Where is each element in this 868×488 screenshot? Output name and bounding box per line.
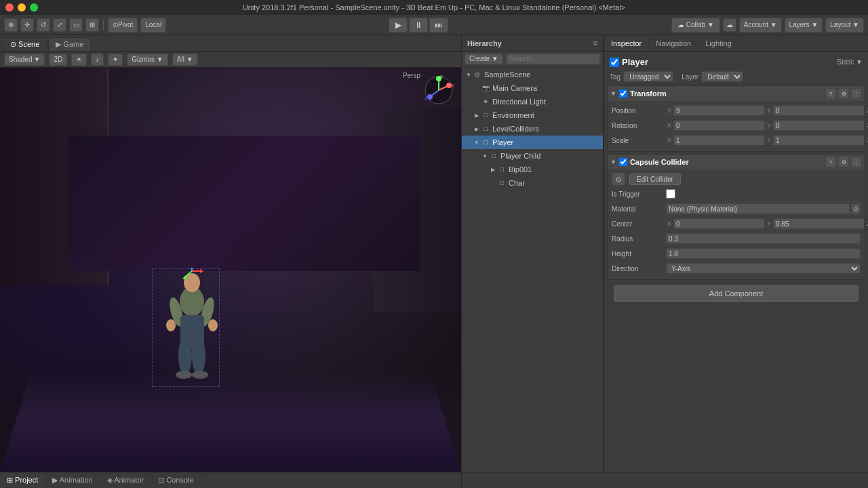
hierarchy-tree: ▼ ⊙ SampleScene 📷 Main Camera ☀ Directio… xyxy=(462,66,603,472)
transform-body: Position X Y Z Rotation xyxy=(608,101,865,151)
move-tool[interactable]: ✛ xyxy=(20,18,34,32)
rotation-y[interactable] xyxy=(773,120,865,131)
transform-icon-2[interactable]: ⚙ xyxy=(838,88,849,99)
layer-select[interactable]: Default xyxy=(701,71,743,82)
capsule-collider-header[interactable]: ▼ Capsule Collider ? ⚙ ⋮ xyxy=(608,155,865,169)
pivot-btn[interactable]: ⊙ Pivot xyxy=(108,18,138,33)
edit-collider-button[interactable]: Edit Collider xyxy=(629,174,681,185)
hierarchy-item-samplescene[interactable]: ▼ ⊙ SampleScene xyxy=(462,68,603,81)
rotate-tool[interactable]: ↺ xyxy=(37,18,50,32)
svg-point-7 xyxy=(166,319,176,331)
all-layers[interactable]: All ▼ xyxy=(172,54,198,66)
tab-lighting[interactable]: Lighting xyxy=(698,37,739,50)
rot-z-label: Z xyxy=(865,122,868,129)
transform-tool[interactable]: ⊞ xyxy=(85,18,99,32)
capsule-enabled[interactable] xyxy=(619,158,627,166)
is-trigger-checkbox[interactable] xyxy=(666,189,675,199)
hierarchy-item-levelcolliders[interactable]: ▶ □ LevelColliders xyxy=(462,122,603,136)
scale-x[interactable] xyxy=(673,135,765,146)
audio-toggle[interactable]: ♪ xyxy=(91,54,104,66)
tab-inspector[interactable]: Inspector xyxy=(604,37,649,50)
object-active-checkbox[interactable] xyxy=(610,58,619,67)
center-y[interactable] xyxy=(773,218,865,229)
material-picker[interactable]: ⊙ xyxy=(851,203,861,214)
shaded-dropdown[interactable]: Shaded ▼ xyxy=(4,54,45,66)
tab-animation[interactable]: ▶ Animation xyxy=(45,474,100,487)
rotation-x[interactable] xyxy=(673,120,765,131)
gizmos-btn[interactable]: Gizmos ▼ xyxy=(127,54,168,66)
account-btn[interactable]: Account ▼ xyxy=(739,18,782,33)
hierarchy-item-main-camera[interactable]: 📷 Main Camera xyxy=(462,81,603,95)
hierarchy-item-environment[interactable]: ▶ □ Environment xyxy=(462,108,603,122)
capsule-icon-1[interactable]: ? xyxy=(825,157,836,167)
direction-wrapper: Y-Axis X-Axis Z-Axis xyxy=(666,263,861,274)
label-player-child: Player Child xyxy=(500,152,540,160)
position-y[interactable] xyxy=(773,105,865,116)
direction-select[interactable]: Y-Axis X-Axis Z-Axis xyxy=(666,263,861,274)
center-x[interactable] xyxy=(673,218,765,229)
layers-btn[interactable]: Layers ▼ xyxy=(785,18,823,33)
tab-animator[interactable]: ◈ Animator xyxy=(100,474,151,487)
position-x[interactable] xyxy=(673,105,765,116)
tab-scene[interactable]: ⊙ Scene xyxy=(3,37,47,51)
transform-header[interactable]: ▼ Transform ? ⚙ ⋮ xyxy=(608,86,865,101)
material-field[interactable] xyxy=(666,203,850,214)
direction-row: Direction Y-Axis X-Axis Z-Axis xyxy=(612,262,861,275)
hierarchy-menu[interactable]: ≡ xyxy=(593,39,597,47)
transform-icon-3[interactable]: ⋮ xyxy=(851,88,862,99)
tab-console[interactable]: ⊡ Console xyxy=(151,474,201,487)
height-input[interactable] xyxy=(666,248,861,259)
2d-button[interactable]: 2D xyxy=(49,54,67,66)
tab-project[interactable]: ⊞ Project xyxy=(0,474,45,487)
label-samplescene: SampleScene xyxy=(484,70,531,79)
tab-navigation[interactable]: Navigation xyxy=(649,37,698,50)
collab-btn[interactable]: ☁ Collab ▼ xyxy=(671,18,720,33)
cloud-btn[interactable]: ☁ xyxy=(723,18,736,32)
rect-tool[interactable]: ▭ xyxy=(69,18,83,32)
hierarchy-item-bip001[interactable]: ▶ □ Bip001 xyxy=(462,163,603,176)
step-button[interactable]: ⏭ xyxy=(429,18,448,33)
layout-btn[interactable]: Layout ▼ xyxy=(825,18,864,33)
cloud-icon: ☁ xyxy=(677,21,684,28)
material-label: Material xyxy=(612,205,666,213)
hierarchy-search[interactable] xyxy=(506,54,600,64)
minimize-button[interactable] xyxy=(18,3,26,12)
scene-view[interactable]: Persp X Y Z xyxy=(0,68,461,472)
arrow-levelcolliders: ▶ xyxy=(473,125,481,133)
pause-button[interactable]: ⏸ xyxy=(409,18,428,33)
play-button[interactable]: ▶ xyxy=(389,18,408,33)
capsule-icon-2[interactable]: ⚙ xyxy=(838,157,849,167)
hierarchy-item-char[interactable]: □ Char xyxy=(462,176,603,190)
create-dropdown[interactable]: Create ▼ xyxy=(465,54,503,64)
scale-y[interactable] xyxy=(773,135,865,146)
hierarchy-item-dir-light[interactable]: ☀ Directional Light xyxy=(462,95,603,108)
tag-select[interactable]: Untagged xyxy=(623,71,673,82)
lighting-toggle[interactable]: ☀ xyxy=(71,54,87,66)
hierarchy-item-player[interactable]: ▼ □ Player xyxy=(462,136,603,149)
transform-icon-1[interactable]: ? xyxy=(825,88,836,99)
bip001-icon: □ xyxy=(497,165,507,174)
player-icon: □ xyxy=(481,138,490,147)
effects-toggle[interactable]: ✦ xyxy=(108,54,123,66)
svg-point-10 xyxy=(192,371,208,379)
svg-point-6 xyxy=(192,337,205,375)
tab-game[interactable]: ▶ Game xyxy=(48,37,91,51)
transform-enabled[interactable] xyxy=(619,89,627,98)
add-component-button[interactable]: Add Component xyxy=(614,285,859,302)
is-trigger-label: Is Trigger xyxy=(612,190,666,198)
static-label[interactable]: Static ▼ xyxy=(837,58,863,66)
persp-label: Persp xyxy=(403,72,420,79)
scale-tool[interactable]: ⤢ xyxy=(53,18,66,32)
center-x-label: X xyxy=(666,220,673,227)
axis-gizmo[interactable]: X Y Z xyxy=(422,73,456,107)
maximize-button[interactable] xyxy=(30,3,38,12)
bottom-area: ⊞ Project ▶ Animation ◈ Animator ⊡ Conso… xyxy=(0,472,868,488)
svg-point-9 xyxy=(176,371,192,379)
radius-input[interactable] xyxy=(666,233,861,244)
hierarchy-item-player-child[interactable]: ▼ □ Player Child xyxy=(462,149,603,163)
capsule-icon-3[interactable]: ⋮ xyxy=(851,157,862,167)
unity-icon[interactable]: ⊕ xyxy=(4,18,18,32)
close-button[interactable] xyxy=(5,3,14,12)
collider-icon: □ xyxy=(481,124,490,134)
local-btn[interactable]: Local xyxy=(140,18,166,33)
